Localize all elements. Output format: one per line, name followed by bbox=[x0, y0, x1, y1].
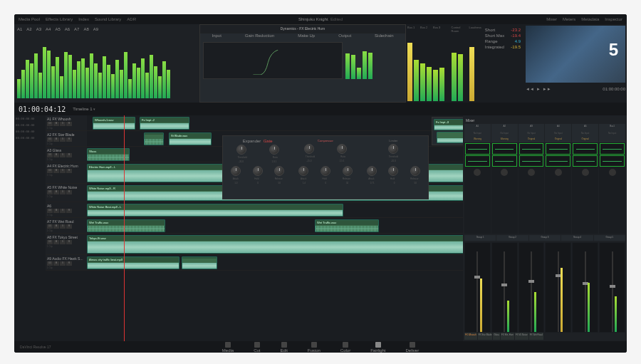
solo-button[interactable]: S bbox=[60, 122, 66, 126]
group-tab[interactable]: Group 2 bbox=[496, 235, 528, 241]
audio-clip[interactable] bbox=[182, 256, 217, 269]
audio-clip[interactable]: White Noise Beat.mp3 - L bbox=[87, 204, 343, 217]
pan-knob[interactable] bbox=[501, 169, 508, 176]
tb-media-pool[interactable]: Media Pool bbox=[19, 17, 40, 21]
solo-button[interactable]: S bbox=[60, 224, 66, 229]
audio-clip[interactable]: Wet Traffic.wav bbox=[315, 219, 379, 232]
dynamics-controls[interactable]: Expander Gate ThresholdRatio -35.01.0:1 … bbox=[222, 135, 429, 199]
mixer-channel-header[interactable]: A2 bbox=[491, 124, 518, 131]
pan-knob[interactable] bbox=[609, 169, 616, 176]
record-button[interactable]: R bbox=[66, 224, 72, 229]
tb-metadata[interactable]: Metadata bbox=[581, 17, 599, 21]
page-fusion[interactable]: Fusion bbox=[308, 342, 320, 353]
dynamics-graph[interactable] bbox=[203, 42, 343, 79]
audio-clip[interactable] bbox=[144, 132, 164, 145]
mixer-channel-header[interactable]: A5 bbox=[572, 124, 598, 131]
audio-clip[interactable]: Wet Traffic.wav bbox=[87, 219, 165, 232]
tb-meters[interactable]: Meters bbox=[563, 17, 575, 21]
mute-button[interactable]: M bbox=[53, 137, 59, 142]
dyn-curve[interactable] bbox=[519, 155, 544, 167]
preview-transport[interactable]: ◄◄ ► ►► 01:00:00:00 bbox=[524, 84, 627, 94]
page-edit[interactable]: Edit bbox=[280, 342, 287, 353]
tb-inspector[interactable]: Inspector bbox=[605, 17, 622, 21]
eq-curve[interactable] bbox=[492, 143, 517, 155]
record-button[interactable]: R bbox=[66, 153, 72, 157]
page-cut[interactable]: Cut bbox=[254, 342, 260, 353]
mute-button[interactable]: M bbox=[53, 190, 59, 194]
eq-curve[interactable] bbox=[573, 143, 598, 155]
page-deliver[interactable]: Deliver bbox=[406, 342, 419, 353]
mute-button[interactable]: M bbox=[53, 169, 59, 173]
solo-button[interactable]: S bbox=[60, 137, 66, 142]
pan-knob[interactable] bbox=[555, 169, 562, 176]
track-A9[interactable]: A9 Audio FX Hawk S...0.0MSR1 ClipAtmos c… bbox=[46, 255, 463, 271]
solo-button[interactable]: S bbox=[60, 240, 66, 244]
dyn-curve[interactable] bbox=[465, 155, 490, 167]
solo-button[interactable]: S bbox=[60, 190, 66, 194]
dyn-curve[interactable] bbox=[546, 155, 570, 167]
audio-clip[interactable]: Atmos city traffic beat.mp3 bbox=[87, 256, 179, 269]
dyn-curve[interactable] bbox=[573, 155, 598, 167]
record-button[interactable]: R bbox=[66, 261, 72, 266]
tb-effects[interactable]: Effects Library bbox=[46, 17, 73, 21]
mixer-channel-header[interactable]: A3 bbox=[518, 124, 545, 131]
fader[interactable] bbox=[600, 243, 625, 333]
page-fairlight[interactable]: Fairlight bbox=[370, 342, 385, 353]
knob-lim-threshold[interactable] bbox=[388, 144, 398, 154]
record-button[interactable]: R bbox=[66, 240, 72, 244]
tb-mixer[interactable]: Mixer bbox=[546, 17, 557, 21]
pan-knob[interactable] bbox=[582, 169, 589, 176]
timeline-dropdown[interactable]: Timeline 1 ▾ bbox=[73, 107, 95, 111]
tb-index[interactable]: Index bbox=[78, 17, 89, 21]
mixer-channel-header[interactable]: A1 bbox=[464, 124, 491, 131]
mixer-channel-header[interactable]: A4 bbox=[545, 124, 571, 131]
floating-clips[interactable]: Fx Impt -3 bbox=[432, 117, 463, 145]
audio-clip[interactable]: Whoosh-1.wav bbox=[93, 117, 135, 130]
fader[interactable] bbox=[573, 243, 598, 333]
track-A1[interactable]: A1 FX Whoosh0.0MSR1 ClipWhoosh-1.wavFx I… bbox=[46, 115, 463, 131]
knob-comp-ratio[interactable] bbox=[337, 144, 347, 154]
group-tab[interactable]: Group 4 bbox=[561, 235, 593, 241]
record-button[interactable]: R bbox=[66, 209, 72, 213]
pan-knob[interactable] bbox=[528, 169, 535, 176]
mute-button[interactable]: M bbox=[53, 153, 59, 157]
fader[interactable] bbox=[492, 243, 517, 333]
record-button[interactable]: R bbox=[66, 190, 72, 194]
track-A8[interactable]: A8 FX Tokyo Street0.0MSR1 ClipTokyo-St.w… bbox=[46, 234, 463, 255]
fader[interactable] bbox=[519, 243, 544, 333]
eq-curve[interactable] bbox=[546, 143, 570, 155]
group-tab[interactable]: Group 3 bbox=[529, 235, 561, 241]
knob-threshold[interactable] bbox=[236, 145, 246, 155]
tb-soundlib[interactable]: Sound Library bbox=[95, 17, 121, 21]
mute-button[interactable]: M bbox=[53, 224, 59, 229]
group-tab[interactable]: Group 5 bbox=[594, 235, 625, 241]
eq-curve[interactable] bbox=[465, 143, 490, 155]
fader[interactable] bbox=[465, 243, 490, 333]
audio-clip[interactable]: Tokyo-St.wav bbox=[87, 235, 463, 254]
track-A6[interactable]: A6 0.0MSR1 ClipWhite Noise Beat.mp3 - L bbox=[46, 202, 463, 218]
timecode-display[interactable]: 01:00:04:12 bbox=[19, 105, 66, 113]
record-button[interactable]: R bbox=[66, 122, 72, 126]
page-color[interactable]: Color bbox=[340, 342, 350, 353]
dyn-curve[interactable] bbox=[492, 155, 517, 167]
knob-comp-threshold[interactable] bbox=[304, 144, 314, 154]
play-icon[interactable]: ► bbox=[536, 87, 541, 91]
pan-knob[interactable] bbox=[474, 169, 481, 176]
dyn-curve[interactable] bbox=[600, 155, 625, 167]
timeline-tracks[interactable]: Expander Gate ThresholdRatio -35.01.0:1 … bbox=[46, 115, 463, 341]
next-icon[interactable]: ►► bbox=[543, 87, 551, 91]
group-tab[interactable]: Group 1 bbox=[464, 235, 496, 241]
eq-curve[interactable] bbox=[600, 143, 625, 155]
record-button[interactable]: R bbox=[66, 137, 72, 142]
dynamics-panel[interactable]: Dynamics - FX Electric Hum InputGain Red… bbox=[199, 24, 406, 103]
solo-button[interactable]: S bbox=[60, 169, 66, 173]
mute-button[interactable]: M bbox=[53, 261, 59, 266]
tb-adr[interactable]: ADR bbox=[127, 17, 136, 21]
playhead[interactable] bbox=[124, 115, 125, 341]
mute-button[interactable]: M bbox=[53, 209, 59, 213]
audio-clip[interactable]: St Blade.wav bbox=[169, 132, 212, 145]
audio-clip[interactable]: Glass bbox=[87, 148, 130, 161]
record-button[interactable]: R bbox=[66, 169, 72, 173]
eq-curve[interactable] bbox=[519, 143, 544, 155]
solo-button[interactable]: S bbox=[60, 209, 66, 213]
